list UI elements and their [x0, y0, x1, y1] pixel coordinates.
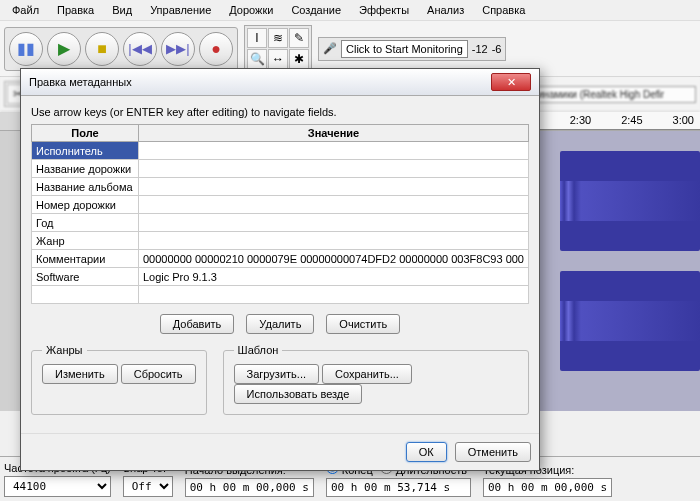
menu-view[interactable]: Вид — [104, 2, 140, 18]
output-device-select[interactable]: Динамики (Realtek High Defir — [526, 86, 696, 103]
table-row[interactable]: Название альбома — [32, 178, 529, 196]
menu-edit[interactable]: Правка — [49, 2, 102, 18]
menu-transport[interactable]: Управление — [142, 2, 219, 18]
column-value: Значение — [138, 125, 528, 142]
envelope-tool-icon[interactable]: ≋ — [268, 28, 288, 48]
dialog-hint: Use arrow keys (or ENTER key after editi… — [31, 106, 529, 118]
selection-tool-icon[interactable]: I — [247, 28, 267, 48]
table-row[interactable] — [32, 286, 529, 304]
add-button[interactable]: Добавить — [160, 314, 235, 334]
pause-button[interactable]: ▮▮ — [9, 32, 43, 66]
timeline-tick: 2:45 — [621, 114, 642, 126]
template-legend: Шаблон — [234, 344, 283, 356]
meter-tick: -12 — [472, 43, 488, 55]
draw-tool-icon[interactable]: ✎ — [289, 28, 309, 48]
cancel-button[interactable]: Отменить — [455, 442, 531, 462]
dialog-titlebar[interactable]: Правка метаданных ✕ — [21, 69, 539, 96]
timeline-tick: 3:00 — [673, 114, 694, 126]
project-rate-select[interactable]: 44100 — [4, 476, 111, 497]
recording-meter: 🎤 Click to Start Monitoring -12 -6 — [318, 37, 506, 61]
dialog-title: Правка метаданных — [29, 76, 132, 88]
menu-help[interactable]: Справка — [474, 2, 533, 18]
close-button[interactable]: ✕ — [491, 73, 531, 91]
genres-reset-button[interactable]: Сбросить — [121, 364, 196, 384]
table-row[interactable]: Номер дорожки — [32, 196, 529, 214]
clear-button[interactable]: Очистить — [326, 314, 400, 334]
skip-start-button[interactable]: |◀◀ — [123, 32, 157, 66]
column-field: Поле — [32, 125, 139, 142]
menu-effects[interactable]: Эффекты — [351, 2, 417, 18]
meter-tick: -6 — [492, 43, 502, 55]
template-useall-button[interactable]: Использовать везде — [234, 384, 363, 404]
timeshift-tool-icon[interactable]: ↔ — [268, 49, 288, 69]
table-row[interactable]: SoftwareLogic Pro 9.1.3 — [32, 268, 529, 286]
menu-tracks[interactable]: Дорожки — [221, 2, 281, 18]
table-row[interactable]: Жанр — [32, 232, 529, 250]
selection-end-value[interactable]: 00 h 00 m 53,714 s — [326, 478, 471, 497]
menu-bar: Файл Правка Вид Управление Дорожки Созда… — [0, 0, 700, 21]
play-button[interactable]: ▶ — [47, 32, 81, 66]
template-fieldset: Шаблон Загрузить... Сохранить... Использ… — [223, 344, 529, 415]
audio-position-value[interactable]: 00 h 00 m 00,000 s — [483, 478, 612, 497]
multi-tool-icon[interactable]: ✱ — [289, 49, 309, 69]
timeline-tick: 2:30 — [570, 114, 591, 126]
waveform-channel-1 — [560, 151, 700, 251]
template-load-button[interactable]: Загрузить... — [234, 364, 319, 384]
mic-icon: 🎤 — [323, 42, 337, 55]
table-row[interactable]: Год — [32, 214, 529, 232]
menu-generate[interactable]: Создание — [283, 2, 349, 18]
ok-button[interactable]: ОК — [406, 442, 447, 462]
menu-analyze[interactable]: Анализ — [419, 2, 472, 18]
menu-file[interactable]: Файл — [4, 2, 47, 18]
metadata-dialog: Правка метаданных ✕ Use arrow keys (or E… — [20, 68, 540, 471]
selection-start-value[interactable]: 00 h 00 m 00,000 s — [185, 478, 314, 497]
remove-button[interactable]: Удалить — [246, 314, 314, 334]
stop-button[interactable]: ■ — [85, 32, 119, 66]
skip-end-button[interactable]: ▶▶| — [161, 32, 195, 66]
transport-controls: ▮▮ ▶ ■ |◀◀ ▶▶| ● — [4, 27, 238, 71]
genres-legend: Жанры — [42, 344, 87, 356]
template-save-button[interactable]: Сохранить... — [322, 364, 412, 384]
table-row[interactable]: Название дорожки — [32, 160, 529, 178]
waveform-channel-2 — [560, 271, 700, 371]
table-row[interactable]: Исполнитель — [32, 142, 529, 160]
tool-palette: I ≋ ✎ 🔍 ↔ ✱ — [244, 25, 312, 72]
table-row[interactable]: Комментарии00000000 00000210 0000079E 00… — [32, 250, 529, 268]
genres-edit-button[interactable]: Изменить — [42, 364, 118, 384]
metadata-table: Поле Значение Исполнитель Название дорож… — [31, 124, 529, 304]
zoom-tool-icon[interactable]: 🔍 — [247, 49, 267, 69]
input-meter[interactable]: Click to Start Monitoring — [341, 40, 468, 58]
record-button[interactable]: ● — [199, 32, 233, 66]
genres-fieldset: Жанры Изменить Сбросить — [31, 344, 207, 415]
snap-select[interactable]: Off — [123, 476, 173, 497]
